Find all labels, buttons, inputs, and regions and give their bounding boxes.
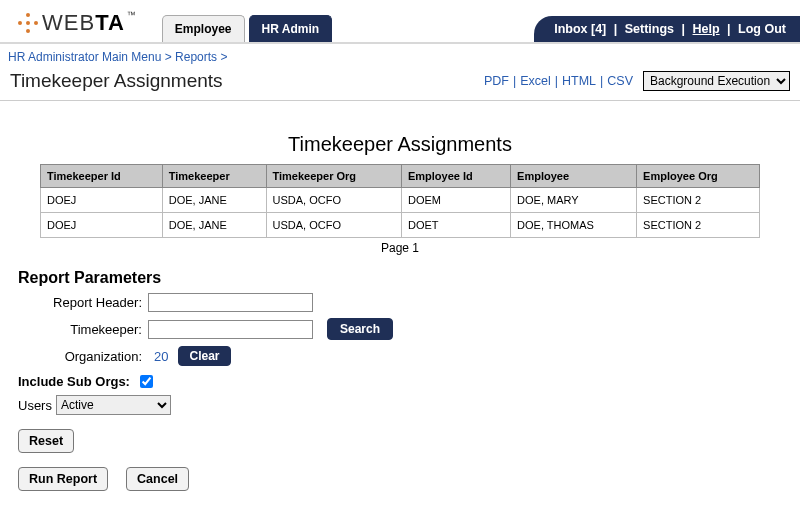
organization-label: Organization:: [18, 349, 148, 364]
pager: Page 1: [18, 238, 782, 265]
export-excel-link[interactable]: Excel: [520, 74, 551, 88]
param-timekeeper: Timekeeper: Search: [18, 318, 782, 340]
tab-hr-admin[interactable]: HR Admin: [249, 15, 333, 42]
export-pdf-link[interactable]: PDF: [484, 74, 509, 88]
param-report-header: Report Header:: [18, 293, 782, 312]
logo: WEBTA™: [18, 10, 137, 42]
users-label: Users: [18, 398, 52, 413]
timekeeper-label: Timekeeper:: [18, 322, 148, 337]
col-employee: Employee: [511, 165, 637, 188]
logo-tm: ™: [127, 10, 137, 20]
results-table: Timekeeper Id Timekeeper Timekeeper Org …: [40, 164, 760, 238]
breadcrumb-main-menu[interactable]: HR Administrator Main Menu: [8, 50, 161, 64]
reset-button[interactable]: Reset: [18, 429, 74, 453]
col-employee-org: Employee Org: [637, 165, 760, 188]
param-organization: Organization: 20 Clear: [18, 346, 782, 366]
export-html-link[interactable]: HTML: [562, 74, 596, 88]
include-sub-orgs-checkbox[interactable]: [140, 375, 153, 388]
param-users: Users Active: [18, 395, 782, 415]
param-include-sub-orgs: Include Sub Orgs:: [18, 372, 782, 391]
col-timekeeper-id: Timekeeper Id: [41, 165, 163, 188]
tab-employee[interactable]: Employee: [162, 15, 245, 42]
export-csv-link[interactable]: CSV: [607, 74, 633, 88]
breadcrumb-reports[interactable]: Reports: [175, 50, 217, 64]
users-select[interactable]: Active: [56, 395, 171, 415]
timekeeper-input[interactable]: [148, 320, 313, 339]
include-sub-orgs-label: Include Sub Orgs:: [18, 374, 130, 389]
logo-text-1: WEB: [42, 10, 95, 35]
primary-tabs: Employee HR Admin: [162, 15, 332, 42]
col-timekeeper-org: Timekeeper Org: [266, 165, 401, 188]
breadcrumb: HR Administrator Main Menu > Reports >: [0, 44, 800, 68]
logout-link[interactable]: Log Out: [738, 22, 786, 36]
table-header-row: Timekeeper Id Timekeeper Timekeeper Org …: [41, 165, 760, 188]
app-header: WEBTA™ Employee HR Admin Inbox [4] | Set…: [0, 0, 800, 44]
title-bar: Timekeeper Assignments PDF| Excel| HTML|…: [0, 68, 800, 101]
report-header-label: Report Header:: [18, 295, 148, 310]
page-title: Timekeeper Assignments: [10, 70, 223, 92]
col-employee-id: Employee Id: [401, 165, 510, 188]
inbox-link[interactable]: Inbox [4]: [554, 22, 606, 36]
export-links: PDF| Excel| HTML| CSV Background Executi…: [484, 71, 790, 91]
table-row: DOEJ DOE, JANE USDA, OCFO DOEM DOE, MARY…: [41, 188, 760, 213]
help-link[interactable]: Help: [693, 22, 720, 36]
organization-value: 20: [154, 349, 168, 364]
run-report-button[interactable]: Run Report: [18, 467, 108, 491]
background-execution-select[interactable]: Background Execution: [643, 71, 790, 91]
report-parameters-title: Report Parameters: [18, 269, 782, 287]
table-row: DOEJ DOE, JANE USDA, OCFO DOET DOE, THOM…: [41, 213, 760, 238]
col-timekeeper: Timekeeper: [162, 165, 266, 188]
logo-text-2: TA: [95, 10, 125, 35]
cancel-button[interactable]: Cancel: [126, 467, 189, 491]
search-button[interactable]: Search: [327, 318, 393, 340]
clear-button[interactable]: Clear: [178, 346, 230, 366]
content-area: Timekeeper Assignments Timekeeper Id Tim…: [0, 101, 800, 501]
report-header-input[interactable]: [148, 293, 313, 312]
report-title: Timekeeper Assignments: [18, 133, 782, 156]
settings-link[interactable]: Settings: [625, 22, 674, 36]
logo-dots-icon: [18, 13, 38, 33]
topbar-right: Inbox [4] | Settings | Help | Log Out: [534, 16, 800, 42]
